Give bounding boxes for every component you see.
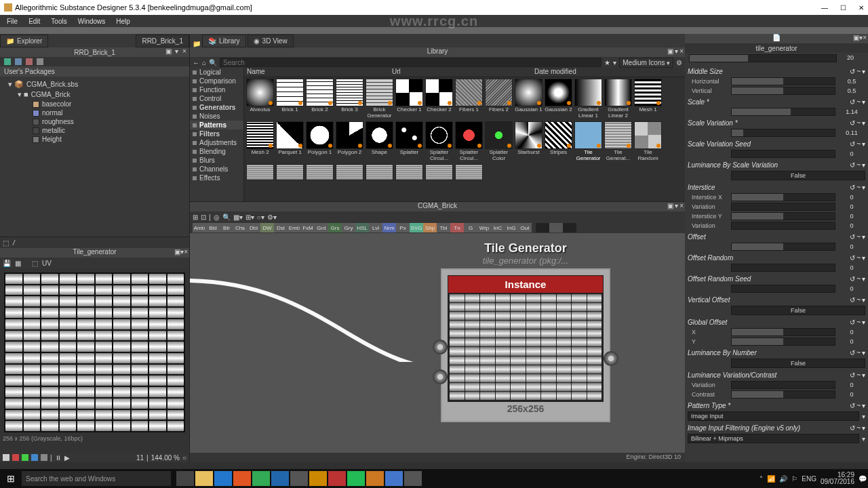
lib-menu-icon[interactable]: ▾ [675, 47, 678, 55]
prop-slider[interactable] [731, 77, 835, 85]
chip-tbl[interactable]: Tbl [437, 223, 450, 232]
star-icon[interactable]: ★ [604, 59, 610, 66]
tray-lang[interactable]: ENG [802, 475, 816, 483]
prop-title-slider[interactable] [689, 54, 837, 62]
pv-ch-r-icon[interactable] [12, 454, 19, 461]
prop-slider[interactable] [731, 222, 835, 230]
prop-group[interactable]: Scale *↺~▾ [688, 96, 865, 107]
lib-home-icon[interactable]: ⌂ [202, 59, 206, 66]
thumb-alveolus[interactable]: Alveolus [245, 79, 275, 120]
category-noises[interactable]: Noises [190, 112, 243, 121]
tab-explorer[interactable]: 📁 Explorer [0, 35, 48, 47]
thumb-gradient-linear-2[interactable]: Gradient Linear 2 [604, 79, 633, 120]
pv-grid-icon[interactable]: ▦ [15, 260, 21, 267]
gr-close-icon[interactable]: × [679, 202, 684, 209]
lib-settings-icon[interactable]: ⚙ [676, 59, 682, 66]
gr-tool1-icon[interactable]: ⊞ [193, 214, 198, 221]
thumb-mesh-1[interactable]: Mesh 1 [633, 79, 663, 120]
lib-folder-icon[interactable]: 📁 [193, 40, 201, 47]
prop-group[interactable]: Offset Random Seed↺~▾ [688, 272, 865, 284]
start-button[interactable]: ⊞ [1, 469, 20, 488]
menu-edit[interactable]: Edit [23, 16, 45, 26]
play-icon[interactable] [4, 58, 11, 65]
filter-menu-icon[interactable]: ▾ [613, 59, 616, 66]
tray-net-icon[interactable]: 📶 [767, 475, 775, 483]
prop-bool-btn[interactable]: False [731, 359, 865, 368]
prop-slider[interactable] [731, 212, 835, 220]
taskbar-app-1[interactable] [195, 471, 213, 486]
gr-tool7-icon[interactable]: ○▾ [257, 214, 264, 221]
thumb-mesh-2[interactable]: Mesh 2 [245, 121, 275, 163]
chip-ing[interactable]: InG [505, 223, 518, 232]
chip-nrm[interactable]: Nrm [382, 223, 396, 232]
thumb-brick-1[interactable]: Brick 1 [275, 79, 304, 120]
pv-save-icon[interactable]: 💾 [3, 260, 11, 267]
tray-notif-icon[interactable]: 💬 [859, 475, 867, 483]
thumb-extra-6[interactable] [425, 164, 454, 180]
prop-slider[interactable] [731, 193, 835, 201]
category-function[interactable]: Function [190, 85, 243, 94]
taskbar-app-2[interactable] [214, 471, 232, 486]
thumb-splatter-circul-[interactable]: Splatter Circul... [454, 121, 484, 163]
prop-combo-select[interactable]: Image Input [688, 411, 859, 421]
chip-extra-1[interactable] [549, 223, 563, 232]
prop-slider[interactable] [731, 285, 835, 293]
pv-tool-icon[interactable]: ⬚ [3, 239, 9, 247]
library-search-input[interactable] [220, 58, 601, 67]
taskbar-app-9[interactable] [347, 471, 365, 486]
chip-inc[interactable]: InC [491, 223, 505, 232]
category-patterns[interactable]: Patterns [190, 121, 243, 129]
panel-pin-icon[interactable]: ▣ [165, 49, 172, 56]
lib-pin-icon[interactable]: ▣ [667, 47, 673, 55]
maximize-button[interactable]: ☐ [840, 4, 846, 12]
gr-max-icon[interactable]: ▣ [667, 202, 673, 209]
prop-slider[interactable] [731, 87, 835, 95]
taskbar-app-8[interactable] [328, 471, 346, 486]
thumb-tile-generat-[interactable]: Tile Generat... [604, 121, 633, 163]
pv-play-icon[interactable]: ▶ [64, 454, 70, 462]
lib-back-icon[interactable]: ← [193, 59, 199, 66]
chip-wrp[interactable]: Wrp [477, 223, 491, 232]
thumb-extra-4[interactable] [365, 164, 394, 180]
taskbar-app-7[interactable] [309, 471, 327, 486]
thumb-shape[interactable]: Shape [365, 121, 394, 163]
chip-out[interactable]: Out [518, 223, 532, 232]
taskbar-app-3[interactable] [233, 471, 251, 486]
pv-ch-b-icon[interactable] [31, 454, 38, 461]
panel-close-icon[interactable]: × [181, 49, 188, 56]
prop-group[interactable]: Interstice↺~▾ [688, 181, 865, 192]
thumb-extra-1[interactable] [275, 164, 304, 180]
thumb-brick-2[interactable]: Brick 2 [305, 79, 334, 120]
taskbar-search[interactable]: Search the web and Windows [22, 471, 171, 486]
thumb-gradient-linear-1[interactable]: Gradient Linear 1 [574, 79, 603, 120]
tray-vol-icon[interactable]: 🔊 [779, 475, 787, 483]
taskbar-app-12[interactable] [404, 471, 422, 486]
prop-slider[interactable] [731, 390, 835, 399]
tree-output-roughness[interactable]: roughness [8, 117, 189, 126]
chip-fxm[interactable]: FxM [301, 223, 315, 232]
tab-rrd-brick[interactable]: RRD_Brick_1 [136, 35, 189, 47]
chip-bld[interactable]: Bld [206, 223, 220, 232]
dropdown-icon[interactable]: ▾ [862, 435, 865, 443]
thumb-stripes[interactable]: Stripes [544, 121, 573, 163]
category-generators[interactable]: Generators [190, 103, 243, 112]
category-channels[interactable]: Channels [190, 165, 243, 174]
thumb-extra-0[interactable] [245, 164, 275, 180]
chip-emb[interactable]: Emb [288, 223, 301, 232]
dropdown-icon[interactable]: ▾ [862, 413, 865, 420]
menu-windows[interactable]: Windows [73, 16, 111, 26]
category-blurs[interactable]: Blurs [190, 156, 243, 165]
pv-zoom-reset-icon[interactable]: ○ [182, 454, 186, 462]
gr-tool2-icon[interactable]: ⊡ [201, 214, 206, 221]
chip-dbl[interactable]: Dbl [247, 223, 260, 232]
pv-pin-icon[interactable]: ▣ [174, 248, 180, 256]
prop-group[interactable]: Offset Random↺~▾ [688, 251, 865, 263]
thumb-brick-generator[interactable]: Brick Generator [365, 79, 394, 120]
prop-bool-btn[interactable]: False [731, 171, 865, 180]
prop-group[interactable]: Luminance By Number↺~▾ [688, 346, 865, 358]
tree-graph[interactable]: ▾ ■ CGMA_Brick [8, 89, 189, 100]
thumb-extra-7[interactable] [454, 164, 484, 180]
prop-combo-select[interactable]: Bilinear + Mipmaps [688, 434, 859, 443]
prop-group[interactable]: Scale Variation Seed↺~▾ [688, 138, 865, 149]
prop-group[interactable]: Offset↺~▾ [688, 230, 865, 242]
